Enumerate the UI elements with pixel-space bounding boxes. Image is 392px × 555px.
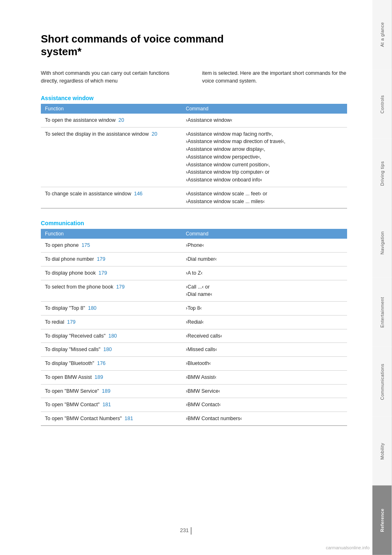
intro-left: With short commands you can carry out ce… [41,69,186,85]
side-tab-communications[interactable]: Communications [372,347,392,416]
function-cell: To display phone book 179 [41,266,182,280]
command-cell: ›A to Z‹ [182,266,347,280]
command-cell: ›Missed calls‹ [182,343,347,357]
table-row: To redial 179›Redial‹ [41,315,347,329]
table-row: To open phone 175›Phone‹ [41,239,347,252]
side-tab-controls[interactable]: Controls [372,69,392,139]
table-row: To open BMW Assist 189›BMW Assist‹ [41,370,347,384]
function-cell: To open "BMW Service" 189 [41,384,182,398]
assistance-heading: Assistance window [41,95,347,101]
side-tab-navigation[interactable]: Navigation [372,208,392,278]
communication-heading: Communication [41,220,347,226]
watermark: carmanualsonline.info [326,545,370,550]
function-cell: To open "BMW Contact" 181 [41,398,182,412]
table-row: To open "BMW Contact Numbers" 181›BMW Co… [41,412,347,426]
title-line2: system* [41,45,82,58]
table-row: To open the assistance window 20›Assista… [41,114,347,127]
function-cell: To change scale in assistance window 146 [41,187,182,208]
command-cell: ›Assistance window map facing north‹, ›A… [182,127,347,187]
function-cell: To display "Received calls" 180 [41,329,182,343]
function-cell: To display "Top 8" 180 [41,302,182,316]
page-container: Short commands of voice command system* … [0,0,372,555]
function-cell: To select from the phone book 179 [41,280,182,302]
function-cell: To select the display in the assistance … [41,127,182,187]
table-row: To display "Top 8" 180›Top 8‹ [41,302,347,316]
table-row: To open "BMW Service" 189›BMW Service‹ [41,384,347,398]
comm-col-function: Function [41,229,182,239]
page-number-text: 231 [180,527,189,533]
side-tabs: At a glanceControlsDriving tipsNavigatio… [372,0,392,555]
intro-section: With short commands you can carry out ce… [41,69,347,85]
command-cell: ›Bluetooth‹ [182,357,347,371]
side-tab-reference[interactable]: Reference [372,486,392,555]
communication-table: Function Command To open phone 175›Phone… [41,229,347,426]
side-tab-driving-tips[interactable]: Driving tips [372,139,392,208]
function-cell: To open the assistance window 20 [41,114,182,127]
table-row: To display "Bluetooth" 176›Bluetooth‹ [41,357,347,371]
intro-right: item is selected. Here are the important… [202,69,347,85]
function-cell: To open phone 175 [41,239,182,252]
table-row: To select the display in the assistance … [41,127,347,187]
table-row: To display phone book 179›A to Z‹ [41,266,347,280]
page-title: Short commands of voice command system* [41,33,347,58]
table-row: To open "BMW Contact" 181›BMW Contact‹ [41,398,347,412]
table-row: To display "Received calls" 180›Received… [41,329,347,343]
table-row: To change scale in assistance window 146… [41,187,347,208]
command-cell: ›Top 8‹ [182,302,347,316]
command-cell: ›BMW Contact‹ [182,398,347,412]
side-tab-entertainment[interactable]: Entertainment [372,278,392,347]
side-tab-at-a-glance[interactable]: At a glance [372,0,392,69]
assistance-col-command: Command [182,104,347,114]
comm-col-command: Command [182,229,347,239]
command-cell: ›Phone‹ [182,239,347,252]
side-tab-mobility[interactable]: Mobility [372,416,392,486]
function-cell: To open BMW Assist 189 [41,370,182,384]
command-cell: ›Received calls‹ [182,329,347,343]
assistance-col-function: Function [41,104,182,114]
command-cell: ›Call ...‹ or ›Dial name‹ [182,280,347,302]
table-row: To display "Missed calls" 180›Missed cal… [41,343,347,357]
command-cell: ›Assistance window‹ [182,114,347,127]
function-cell: To open "BMW Contact Numbers" 181 [41,412,182,426]
communication-section: Communication Function Command To open p… [41,220,347,426]
command-cell: ›Assistance window scale ... feet‹ or ›A… [182,187,347,208]
title-line1: Short commands of voice command [41,33,224,45]
assistance-table: Function Command To open the assistance … [41,104,347,209]
assistance-section: Assistance window Function Command To op… [41,95,347,209]
function-cell: To display "Missed calls" 180 [41,343,182,357]
table-row: To dial phone number 179›Dial number‹ [41,253,347,266]
command-cell: ›Dial number‹ [182,253,347,266]
function-cell: To dial phone number 179 [41,253,182,266]
command-cell: ›BMW Service‹ [182,384,347,398]
command-cell: ›Redial‹ [182,315,347,329]
table-row: To select from the phone book 179›Call .… [41,280,347,302]
command-cell: ›BMW Assist‹ [182,370,347,384]
page-number: 231 [180,527,192,535]
command-cell: ›BMW Contact numbers‹ [182,412,347,426]
function-cell: To display "Bluetooth" 176 [41,357,182,371]
function-cell: To redial 179 [41,315,182,329]
